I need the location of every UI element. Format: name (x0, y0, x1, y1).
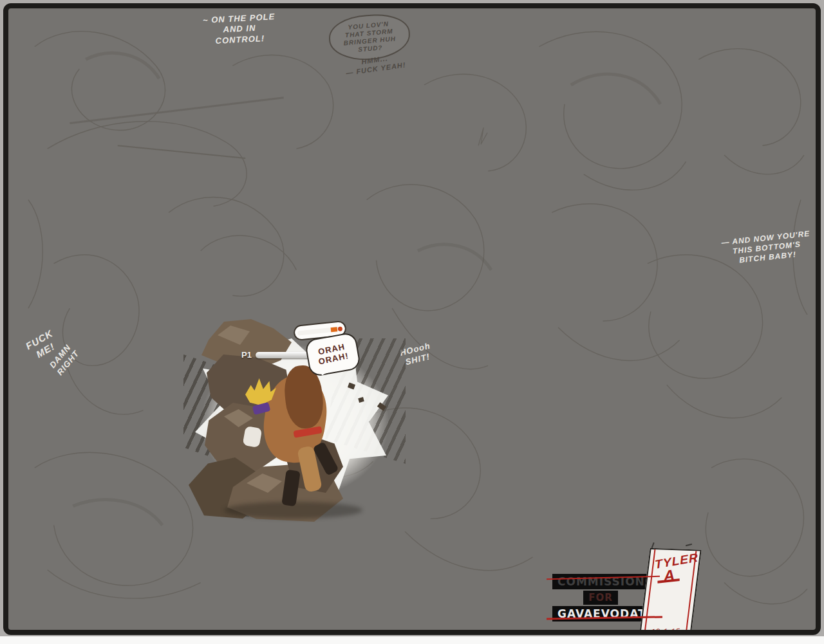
cigarette-lit-tip (337, 326, 342, 331)
artist-signature-initial: A (662, 566, 675, 585)
commission-line-2: FOR (583, 591, 618, 605)
artwork-page: ~ ON THE POLE AND IN CONTROL! YOU LOV'N … (0, 0, 824, 644)
cigarette-body (297, 326, 342, 335)
storm-bubble-text: YOU LOV'N THAT STORM BRINGER HUH STUD? (342, 20, 397, 55)
note-pole-control: ~ ON THE POLE AND IN CONTROL! (197, 12, 282, 47)
p1-health-bar (256, 352, 315, 358)
artwork-date: 18·1·15 (641, 627, 690, 635)
cigarette-filter-band (331, 327, 338, 332)
artist-signature-card: TYLER A 18·1·15 (639, 548, 701, 635)
p1-health-hud: P1 (241, 350, 315, 360)
canvas-frame: ~ ON THE POLE AND IN CONTROL! YOU LOV'N … (3, 3, 821, 635)
p1-label: P1 (241, 350, 252, 360)
artist-signature-name: TYLER (654, 551, 698, 572)
commission-block: COMMISSION FOR GAVAEVODATA (552, 573, 649, 622)
center-illustration: P1 ORAH ORAH! (189, 319, 401, 531)
orah-bubble-text: ORAH ORAH! (316, 342, 350, 367)
page-bottom-margin (0, 636, 824, 644)
